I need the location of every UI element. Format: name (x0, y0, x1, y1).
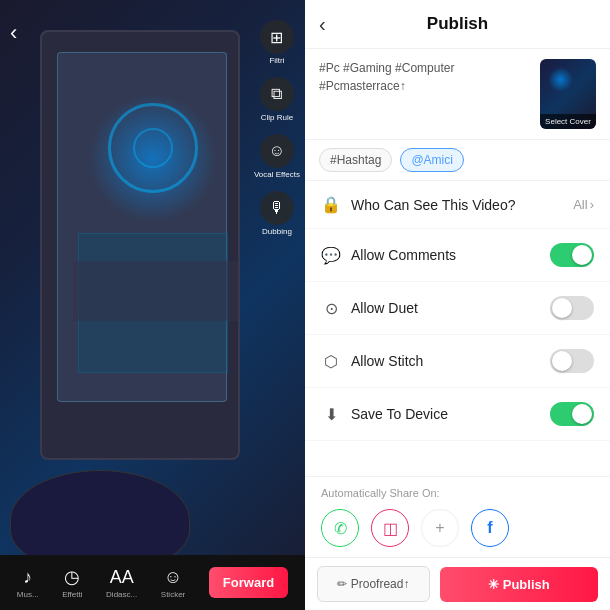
text-label: Didasc... (106, 590, 137, 599)
filters-icon: ⊞ (260, 20, 294, 54)
description-line1: #Pc #Gaming #Computer (319, 59, 530, 77)
publish-bottom-bar: ✏ Proofread↑ ✳ Publish (305, 557, 610, 610)
allow-stitch-row: ⬡ Allow Stitch (305, 335, 610, 388)
forward-button[interactable]: Forward (209, 567, 288, 598)
allow-comments-row: 💬 Allow Comments (305, 229, 610, 282)
download-icon: ⬇ (321, 405, 341, 424)
allow-stitch-toggle[interactable] (550, 349, 594, 373)
dubbing-tool[interactable]: 🎙 Dubbing (260, 191, 294, 236)
pc-tower-visual (40, 30, 240, 460)
share-section: Automatically Share On: ✆ ◫ + f (305, 476, 610, 557)
publish-header: ‹ Publish (305, 0, 610, 49)
who-can-see-label: Who Can See This Video? (351, 197, 563, 213)
who-can-see-row[interactable]: 🔒 Who Can See This Video? All › (305, 181, 610, 229)
who-can-see-value: All › (573, 197, 594, 212)
allow-comments-label: Allow Comments (351, 247, 540, 263)
left-back-button[interactable]: ‹ (10, 20, 17, 46)
allow-duet-label: Allow Duet (351, 300, 540, 316)
dubbing-label: Dubbing (262, 227, 292, 236)
share-label: Automatically Share On: (321, 487, 594, 499)
cover-glow (548, 67, 573, 92)
clip-rules-label: Clip Rule (261, 113, 293, 122)
right-panel: ‹ Publish #Pc #Gaming #Computer #Pcmaste… (305, 0, 610, 610)
vocal-effects-tool[interactable]: ☺ Vocal Effects (254, 134, 300, 179)
allow-comments-toggle[interactable] (550, 243, 594, 267)
toggle-knob-stitch (552, 351, 572, 371)
effects-icon: ◷ (64, 566, 80, 588)
vocal-effects-label: Vocal Effects (254, 170, 300, 179)
publish-button[interactable]: ✳ Publish (440, 567, 598, 602)
toggle-knob (572, 245, 592, 265)
save-to-device-toggle[interactable] (550, 402, 594, 426)
toggle-knob-save (572, 404, 592, 424)
hashtag-tag-button[interactable]: #Hashtag (319, 148, 392, 172)
save-to-device-row: ⬇ Save To Device (305, 388, 610, 441)
add-share-button[interactable]: + (421, 509, 459, 547)
text-icon: AA (110, 567, 134, 588)
proofread-button[interactable]: ✏ Proofread↑ (317, 566, 430, 602)
text-tool[interactable]: AA Didasc... (106, 567, 137, 599)
allow-duet-toggle[interactable] (550, 296, 594, 320)
save-to-device-label: Save To Device (351, 406, 540, 422)
pc-fan-inner (133, 128, 173, 168)
music-icon: ♪ (23, 567, 32, 588)
filters-tool[interactable]: ⊞ Filtri (260, 20, 294, 65)
comment-icon: 💬 (321, 246, 341, 265)
dubbing-icon: 🎙 (260, 191, 294, 225)
allow-stitch-label: Allow Stitch (351, 353, 540, 369)
instagram-share-button[interactable]: ◫ (371, 509, 409, 547)
tags-area: #Hashtag @Amici (305, 140, 610, 181)
whatsapp-share-button[interactable]: ✆ (321, 509, 359, 547)
publish-back-button[interactable]: ‹ (319, 13, 326, 36)
facebook-share-button[interactable]: f (471, 509, 509, 547)
left-panel: ‹ ⊞ Filtri ⧉ Clip Rule ☺ Vocal Effects 🎙… (0, 0, 305, 610)
sticker-icon: ☺ (164, 567, 182, 588)
effects-tool[interactable]: ◷ Effetti (62, 566, 82, 599)
left-sidebar-icons: ⊞ Filtri ⧉ Clip Rule ☺ Vocal Effects 🎙 D… (254, 20, 300, 236)
publish-title: Publish (427, 14, 488, 34)
pc-glass (57, 52, 227, 402)
description-area: #Pc #Gaming #Computer #Pcmasterrace↑ Sel… (305, 49, 610, 140)
cover-thumbnail[interactable]: Select Cover (540, 59, 596, 129)
vocal-effects-icon: ☺ (260, 134, 294, 168)
duet-icon: ⊙ (321, 299, 341, 318)
clip-rules-tool[interactable]: ⧉ Clip Rule (260, 77, 294, 122)
amici-tag-button[interactable]: @Amici (400, 148, 464, 172)
clip-rules-icon: ⧉ (260, 77, 294, 111)
allow-duet-row: ⊙ Allow Duet (305, 282, 610, 335)
music-tool[interactable]: ♪ Mus... (17, 567, 39, 599)
music-label: Mus... (17, 590, 39, 599)
toggle-knob-duet (552, 298, 572, 318)
pc-slots (73, 261, 240, 321)
sticker-tool[interactable]: ☺ Sticker (161, 567, 185, 599)
effects-label: Effetti (62, 590, 82, 599)
chevron-right-icon: › (590, 197, 594, 212)
description-line2: #Pcmasterrace↑ (319, 77, 530, 95)
filters-label: Filtri (269, 56, 284, 65)
stitch-icon: ⬡ (321, 352, 341, 371)
share-icons: ✆ ◫ + f (321, 509, 594, 547)
sticker-label: Sticker (161, 590, 185, 599)
left-bottom-toolbar: ♪ Mus... ◷ Effetti AA Didasc... ☺ Sticke… (0, 555, 305, 610)
settings-list: 🔒 Who Can See This Video? All › 💬 Allow … (305, 181, 610, 476)
lock-icon: 🔒 (321, 195, 341, 214)
description-text[interactable]: #Pc #Gaming #Computer #Pcmasterrace↑ (319, 59, 530, 95)
cover-label: Select Cover (540, 114, 596, 129)
pc-fan (108, 103, 198, 193)
